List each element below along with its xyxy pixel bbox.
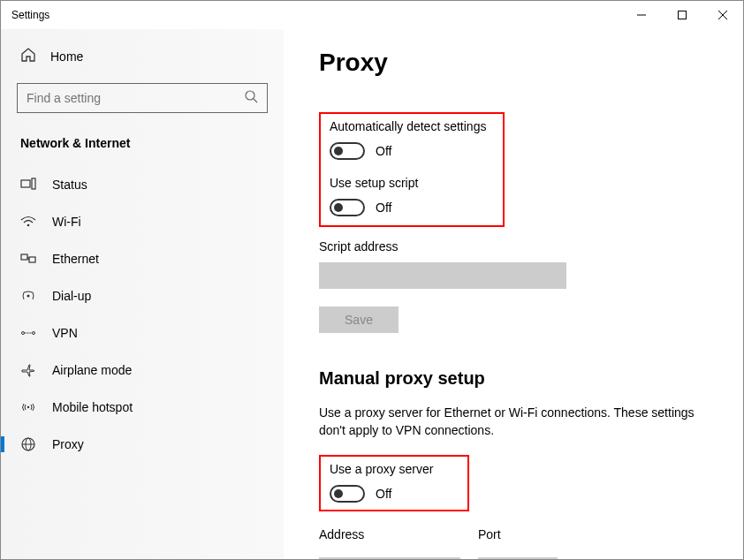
svg-rect-1 bbox=[679, 11, 687, 19]
sidebar-item-label: Dial-up bbox=[52, 289, 91, 303]
highlight-manual-proxy: Use a proxy server Off bbox=[319, 455, 469, 511]
content-area: Proxy Automatically detect settings Off … bbox=[284, 29, 743, 559]
sidebar-item-ethernet[interactable]: Ethernet bbox=[1, 240, 284, 277]
script-address-label: Script address bbox=[319, 239, 708, 254]
sidebar-item-label: VPN bbox=[52, 326, 78, 340]
svg-rect-7 bbox=[32, 178, 35, 189]
svg-point-4 bbox=[246, 91, 254, 100]
manual-setup-heading: Manual proxy setup bbox=[319, 368, 708, 389]
auto-detect-label: Automatically detect settings bbox=[330, 119, 494, 133]
sidebar-item-label: Ethernet bbox=[52, 252, 99, 266]
svg-rect-6 bbox=[21, 180, 30, 187]
sidebar-item-label: Airplane mode bbox=[52, 363, 132, 377]
use-proxy-label: Use a proxy server bbox=[330, 462, 459, 476]
sidebar-item-wifi[interactable]: Wi-Fi bbox=[1, 203, 284, 240]
port-input[interactable] bbox=[478, 557, 558, 559]
setup-script-label: Use setup script bbox=[330, 176, 494, 190]
svg-point-16 bbox=[27, 406, 29, 408]
search-input[interactable] bbox=[27, 91, 244, 105]
sidebar-item-dialup[interactable]: Dial-up bbox=[1, 277, 284, 314]
search-icon bbox=[244, 89, 258, 107]
svg-rect-10 bbox=[29, 257, 35, 262]
auto-detect-state: Off bbox=[376, 144, 391, 158]
status-icon bbox=[20, 177, 36, 193]
svg-point-13 bbox=[22, 332, 25, 335]
save-button[interactable]: Save bbox=[319, 306, 399, 333]
sidebar-item-label: Proxy bbox=[52, 437, 84, 451]
home-icon bbox=[20, 47, 36, 65]
window-controls bbox=[621, 1, 743, 29]
maximize-button[interactable] bbox=[662, 1, 702, 29]
address-label: Address bbox=[319, 527, 460, 541]
svg-rect-9 bbox=[21, 254, 27, 260]
category-heading: Network & Internet bbox=[17, 132, 268, 166]
titlebar: Settings bbox=[1, 1, 743, 29]
minimize-button[interactable] bbox=[621, 1, 662, 29]
sidebar-item-proxy[interactable]: Proxy bbox=[1, 426, 284, 463]
setup-script-state: Off bbox=[376, 201, 391, 215]
setup-script-toggle[interactable] bbox=[330, 199, 365, 216]
sidebar-item-airplane[interactable]: Airplane mode bbox=[1, 352, 284, 389]
sidebar-item-label: Status bbox=[52, 178, 87, 192]
svg-point-8 bbox=[27, 224, 30, 227]
ethernet-icon bbox=[20, 251, 36, 267]
svg-point-12 bbox=[27, 295, 30, 298]
use-proxy-state: Off bbox=[376, 487, 391, 501]
sidebar-item-label: Wi-Fi bbox=[52, 215, 81, 229]
svg-line-5 bbox=[254, 99, 257, 102]
svg-point-14 bbox=[33, 332, 35, 335]
highlight-auto-setup: Automatically detect settings Off Use se… bbox=[319, 112, 505, 227]
nav-list: Status Wi-Fi Ethernet Dial-up bbox=[1, 166, 284, 463]
wifi-icon bbox=[20, 214, 36, 230]
close-button[interactable] bbox=[702, 1, 743, 29]
port-label: Port bbox=[478, 527, 558, 541]
home-label: Home bbox=[50, 49, 83, 64]
proxy-icon bbox=[20, 436, 36, 452]
window-title: Settings bbox=[1, 9, 49, 21]
sidebar-item-hotspot[interactable]: Mobile hotspot bbox=[1, 389, 284, 426]
home-button[interactable]: Home bbox=[17, 40, 268, 72]
hotspot-icon bbox=[20, 399, 36, 415]
use-proxy-toggle[interactable] bbox=[330, 485, 365, 503]
sidebar: Home Network & Internet Status Wi-Fi bbox=[1, 29, 284, 559]
script-address-input[interactable] bbox=[319, 262, 566, 289]
sidebar-item-vpn[interactable]: VPN bbox=[1, 314, 284, 352]
sidebar-item-status[interactable]: Status bbox=[1, 166, 284, 203]
address-input[interactable] bbox=[319, 557, 460, 559]
page-title: Proxy bbox=[319, 49, 708, 77]
dialup-icon bbox=[20, 288, 36, 304]
search-box[interactable] bbox=[17, 83, 268, 113]
sidebar-item-label: Mobile hotspot bbox=[52, 400, 133, 414]
auto-detect-toggle[interactable] bbox=[330, 142, 365, 160]
vpn-icon bbox=[20, 325, 36, 341]
manual-setup-desc: Use a proxy server for Ethernet or Wi-Fi… bbox=[319, 405, 699, 439]
airplane-icon bbox=[20, 362, 36, 378]
